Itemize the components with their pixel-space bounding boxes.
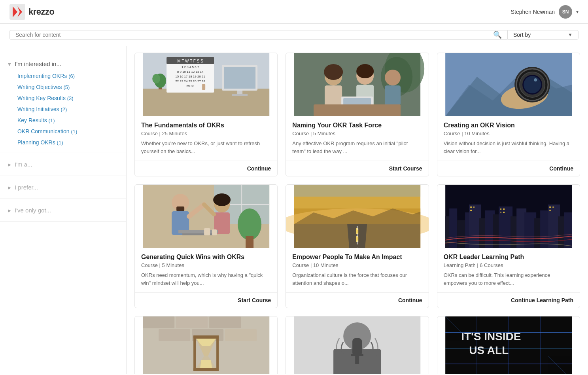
svg-rect-99: [500, 212, 501, 213]
card-body-empower: Empower People To Make An Impact Course …: [286, 248, 428, 292]
card-thumbnail-quick-wins: [135, 185, 277, 248]
card-image-hourglass: [135, 316, 277, 374]
card-action-okr-leader[interactable]: Continue Learning Path: [511, 297, 573, 303]
sidebar-section-i-am-a-header[interactable]: ▸ I'm a...: [0, 158, 126, 171]
sidebar-item-okr-communication[interactable]: OKR Communication (1): [0, 126, 126, 137]
svg-rect-118: [193, 335, 219, 339]
svg-rect-75: [294, 185, 420, 197]
sidebar-item-label: Key Results (1): [17, 117, 55, 123]
sidebar-item-label: Writing Initiatives (2): [17, 106, 67, 112]
sidebar-item-writing-key-results[interactable]: Writing Key Results (3): [0, 93, 126, 104]
svg-rect-100: [503, 212, 505, 213]
sidebar-item-count: (6): [68, 73, 75, 79]
card-description-empower: Organizational culture is the force that…: [292, 271, 422, 287]
sidebar-item-count: (3): [67, 95, 74, 101]
svg-text:IT'S INSIDE: IT'S INSIDE: [461, 330, 521, 343]
sidebar-item-writing-objectives[interactable]: Writing Objectives (5): [0, 81, 126, 93]
sidebar-item-count: (5): [63, 84, 70, 90]
sidebar-item-label: OKR Communication (1): [17, 128, 77, 134]
svg-rect-14: [224, 67, 255, 89]
sidebar-section-interested-in-title: I'm interested in...: [15, 61, 61, 67]
card-image-motivation: IT'S INSIDE US ALL: [437, 316, 580, 374]
search-icon: 🔍: [493, 30, 502, 39]
sidebar-item-count: (2): [61, 106, 67, 112]
cards-grid: M T W T F S S 1 2 3 4 5 6 7 8 9 10 11 12…: [134, 53, 580, 374]
svg-rect-95: [473, 206, 475, 208]
card-quick-wins: Generating Quick Wins with OKRs Course |…: [134, 184, 278, 308]
sidebar-item-label: Writing Objectives (5): [17, 84, 70, 90]
sidebar-item-key-results[interactable]: Key Results (1): [0, 115, 126, 126]
svg-rect-96: [470, 210, 472, 211]
sidebar-section-i-prefer-header[interactable]: ▸ I prefer...: [0, 181, 126, 194]
sidebar-section-i-am-a: ▸ I'm a...: [0, 153, 126, 176]
svg-rect-120: [193, 335, 196, 371]
card-thumbnail-fundamentals: M T W T F S S 1 2 3 4 5 6 7 8 9 10 11 12…: [135, 53, 277, 116]
svg-point-30: [385, 70, 401, 85]
svg-rect-97: [500, 208, 501, 210]
search-input[interactable]: [15, 32, 493, 38]
sidebar-item-writing-initiatives[interactable]: Writing Initiatives (2): [0, 104, 126, 115]
sidebar-item-count: (1): [71, 129, 77, 134]
card-meta-quick-wins: Course | 5 Minutes: [141, 262, 271, 268]
svg-rect-109: [159, 329, 190, 341]
card-action-quick-wins[interactable]: Start Course: [238, 297, 271, 303]
card-thumbnail-empower: [286, 185, 428, 248]
sidebar-section-interested-in: ▾ I'm interested in... Implementing OKRs…: [0, 53, 126, 153]
user-name: Stephen Newman: [511, 9, 555, 15]
svg-rect-20: [202, 84, 205, 90]
sort-by-dropdown[interactable]: Sort by ▼: [507, 30, 579, 40]
card-meta-separator: |: [310, 131, 313, 136]
card-naming: Naming Your OKR Task Force Course | 5 Mi…: [285, 53, 429, 176]
card-title-fundamentals: The Fundamentals of OKRs: [141, 122, 271, 129]
card-duration-empower: 10 Minutes: [313, 262, 338, 268]
svg-rect-121: [216, 335, 219, 371]
card-description-naming: Any effective OKR program requires an in…: [292, 140, 422, 155]
main-layout: ▾ I'm interested in... Implementing OKRs…: [0, 46, 588, 374]
card-action-vision[interactable]: Continue: [549, 165, 573, 172]
svg-rect-101: [549, 206, 551, 208]
user-menu-chevron[interactable]: ▾: [576, 9, 579, 15]
card-meta-separator: |: [159, 262, 162, 268]
svg-rect-31: [385, 85, 401, 105]
card-motivation: IT'S INSIDE US ALL: [437, 316, 580, 374]
card-meta-fundamentals: Course | 25 Minutes: [141, 131, 271, 136]
svg-text:22 23 24 25 26 27 28: 22 23 24 25 26 27 28: [175, 80, 205, 83]
main-header: krezzo Stephen Newman SN ▾: [0, 0, 588, 24]
card-image-quick-wins: [135, 185, 277, 248]
avatar[interactable]: SN: [559, 5, 572, 19]
card-footer-vision: Continue: [437, 161, 580, 176]
sidebar-section-ive-only-got-header[interactable]: ▸ I've only got...: [0, 204, 126, 217]
card-vision: Creating an OKR Vision Course | 10 Minut…: [437, 53, 580, 176]
card-action-naming[interactable]: Start Course: [389, 165, 422, 172]
svg-rect-16: [232, 94, 248, 96]
svg-rect-127: [351, 354, 363, 356]
card-action-fundamentals[interactable]: Continue: [247, 165, 271, 172]
card-action-empower[interactable]: Continue: [398, 297, 422, 303]
chevron-right-icon: ▸: [8, 207, 11, 214]
card-thumbnail-naming: [286, 53, 428, 116]
svg-rect-106: [143, 316, 174, 328]
svg-point-26: [324, 64, 343, 80]
card-podcast: [285, 316, 429, 374]
card-body-naming: Naming Your OKR Task Force Course | 5 Mi…: [286, 116, 428, 161]
chevron-right-icon: ▸: [8, 184, 11, 191]
svg-rect-108: [209, 316, 241, 328]
logo[interactable]: krezzo: [9, 4, 54, 20]
svg-text:M T W T F S S: M T W T F S S: [177, 59, 203, 63]
svg-point-43: [524, 76, 541, 93]
card-type-naming: Course: [292, 131, 309, 136]
sidebar-item-planning-okrs[interactable]: Planning OKRs (1): [0, 137, 126, 148]
svg-text:US ALL: US ALL: [469, 344, 509, 356]
svg-rect-103: [549, 210, 551, 211]
sidebar-section-interested-in-header[interactable]: ▾ I'm interested in...: [0, 57, 126, 70]
sidebar-item-implementing-okrs[interactable]: Implementing OKRs (6): [0, 70, 126, 81]
svg-rect-65: [212, 229, 217, 235]
card-meta-separator: |: [310, 262, 313, 268]
card-description-vision: Vision without decision is just wishful …: [444, 140, 573, 155]
card-body-vision: Creating an OKR Vision Course | 10 Minut…: [437, 116, 580, 161]
svg-rect-128: [355, 356, 359, 364]
card-footer-quick-wins: Start Course: [135, 292, 277, 308]
svg-marker-117: [200, 360, 212, 368]
card-hourglass: [134, 316, 278, 374]
card-type-empower: Course: [292, 262, 309, 268]
